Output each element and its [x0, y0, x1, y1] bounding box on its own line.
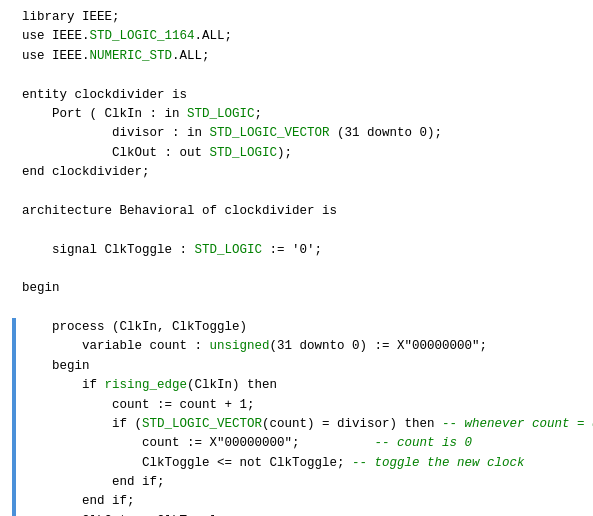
line-indicator	[12, 434, 16, 453]
code-token: end clockdivider;	[22, 163, 150, 182]
code-line: entity clockdivider is	[12, 86, 593, 105]
line-indicator	[12, 492, 16, 511]
code-token: (31 downto 0);	[330, 124, 443, 143]
code-token: divisor : in	[22, 124, 210, 143]
code-line	[12, 182, 593, 201]
code-line: process (ClkIn, ClkToggle)	[12, 318, 593, 337]
code-token: architecture Behavioral of clockdivider …	[22, 202, 337, 221]
code-token: ClkOut : out	[22, 144, 210, 163]
code-token: ClkOut <= ClkToggle;	[22, 512, 232, 516]
code-token: STD_LOGIC_VECTOR	[142, 415, 262, 434]
code-editor: library IEEE; use IEEE.STD_LOGIC_1164.AL…	[8, 8, 593, 516]
code-token: process (ClkIn, ClkToggle)	[22, 318, 247, 337]
code-line: end if;	[12, 492, 593, 511]
line-indicator	[12, 396, 16, 415]
code-token: := '0';	[262, 241, 322, 260]
code-token: signal ClkToggle :	[22, 241, 195, 260]
code-token: );	[277, 144, 292, 163]
code-token: begin	[22, 279, 60, 298]
code-token: .ALL;	[172, 47, 210, 66]
code-line	[12, 260, 593, 279]
line-indicator	[12, 337, 16, 356]
code-token: -- toggle the new clock	[352, 454, 525, 473]
code-line: count := count + 1;	[12, 396, 593, 415]
code-token: STD_LOGIC	[187, 105, 255, 124]
line-indicator-empty	[12, 241, 16, 260]
line-indicator	[12, 357, 16, 376]
code-line	[12, 66, 593, 85]
code-token: (ClkIn) then	[187, 376, 277, 395]
line-indicator	[12, 318, 16, 337]
code-line: ClkToggle <= not ClkToggle; -- toggle th…	[12, 454, 593, 473]
code-token: (count) = divisor) then	[262, 415, 442, 434]
line-indicator	[12, 473, 16, 492]
line-indicator-empty	[12, 66, 16, 85]
line-indicator-empty	[12, 86, 16, 105]
line-indicator-empty	[12, 105, 16, 124]
code-line: use IEEE.STD_LOGIC_1164.ALL;	[12, 27, 593, 46]
code-token: begin	[22, 357, 90, 376]
code-token: STD_LOGIC	[210, 144, 278, 163]
line-indicator	[12, 376, 16, 395]
code-token: -- whenever count = divisor	[442, 415, 593, 434]
code-token: rising_edge	[105, 376, 188, 395]
code-token: variable count :	[22, 337, 210, 356]
code-line: variable count : unsigned(31 downto 0) :…	[12, 337, 593, 356]
code-token: if	[22, 376, 105, 395]
code-line: library IEEE;	[12, 8, 593, 27]
code-token: (31 downto 0) := X"00000000";	[270, 337, 488, 356]
code-token: end if;	[22, 473, 165, 492]
code-token: end if;	[22, 492, 135, 511]
code-token: if (	[22, 415, 142, 434]
line-indicator-empty	[12, 27, 16, 46]
code-line	[12, 299, 593, 318]
line-indicator-empty	[12, 144, 16, 163]
code-line: if (STD_LOGIC_VECTOR(count) = divisor) t…	[12, 415, 593, 434]
code-token: -- count is 0	[300, 434, 473, 453]
code-token: NUMERIC_STD	[90, 47, 173, 66]
code-token: count := count + 1;	[22, 396, 255, 415]
code-line: architecture Behavioral of clockdivider …	[12, 202, 593, 221]
code-token: library IEEE;	[22, 8, 120, 27]
code-token: use IEEE.	[22, 47, 90, 66]
code-line: if rising_edge(ClkIn) then	[12, 376, 593, 395]
code-token: entity clockdivider is	[22, 86, 187, 105]
line-indicator-empty	[12, 221, 16, 240]
line-indicator-empty	[12, 47, 16, 66]
line-indicator-empty	[12, 124, 16, 143]
line-indicator-empty	[12, 202, 16, 221]
code-line: Port ( ClkIn : in STD_LOGIC;	[12, 105, 593, 124]
code-line: count := X"00000000"; -- count is 0	[12, 434, 593, 453]
code-line: ClkOut <= ClkToggle;	[12, 512, 593, 516]
code-token: STD_LOGIC_VECTOR	[210, 124, 330, 143]
code-token: Port ( ClkIn : in	[22, 105, 187, 124]
line-indicator-empty	[12, 279, 16, 298]
code-token: ClkToggle <= not ClkToggle;	[22, 454, 352, 473]
line-indicator	[12, 415, 16, 434]
line-indicator	[12, 512, 16, 516]
code-line: begin	[12, 357, 593, 376]
code-token: .ALL;	[195, 27, 233, 46]
code-token: count := X"00000000";	[22, 434, 300, 453]
line-indicator-empty	[12, 182, 16, 201]
code-line: use IEEE.NUMERIC_STD.ALL;	[12, 47, 593, 66]
code-line: ClkOut : out STD_LOGIC);	[12, 144, 593, 163]
code-line: divisor : in STD_LOGIC_VECTOR (31 downto…	[12, 124, 593, 143]
code-line: end clockdivider;	[12, 163, 593, 182]
line-indicator-empty	[12, 260, 16, 279]
line-indicator	[12, 454, 16, 473]
code-token: use IEEE.	[22, 27, 90, 46]
line-indicator-empty	[12, 163, 16, 182]
code-line	[12, 221, 593, 240]
line-indicator-empty	[12, 8, 16, 27]
code-line: signal ClkToggle : STD_LOGIC := '0';	[12, 241, 593, 260]
code-token: ;	[255, 105, 263, 124]
code-token: STD_LOGIC	[195, 241, 263, 260]
line-indicator-empty	[12, 299, 16, 318]
code-token: STD_LOGIC_1164	[90, 27, 195, 46]
code-line: end if;	[12, 473, 593, 492]
code-token: unsigned	[210, 337, 270, 356]
code-line: begin	[12, 279, 593, 298]
